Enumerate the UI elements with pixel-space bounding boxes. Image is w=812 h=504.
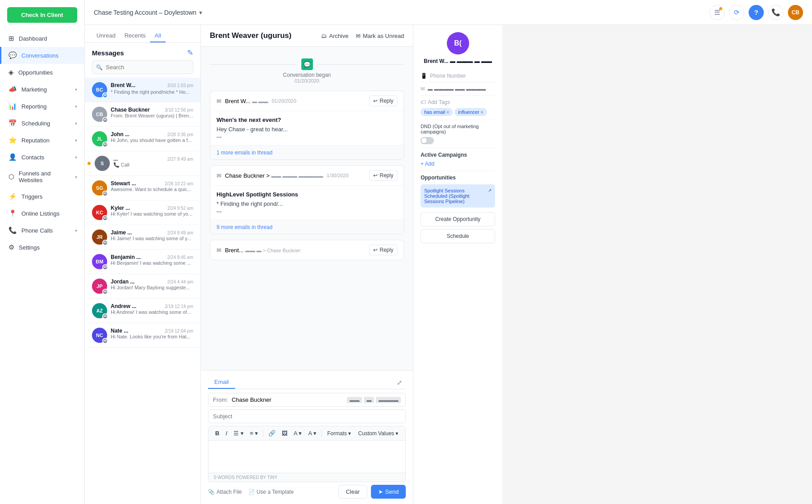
- clear-button[interactable]: Clear: [338, 485, 367, 499]
- refresh-button[interactable]: ⟳: [729, 5, 744, 20]
- message-subject: When's the next event?: [217, 117, 397, 123]
- reporting-chevron-icon: ▾: [75, 104, 77, 109]
- nav-item-scheduling[interactable]: 📅 Scheduling ▾: [0, 115, 84, 132]
- list-item[interactable]: KC ✉ Kyler ... 2/24 9:52 am Hi Kyler! I …: [85, 200, 200, 225]
- tab-all[interactable]: All: [150, 29, 165, 42]
- triggers-icon: ⚡: [8, 192, 17, 200]
- reply-button[interactable]: ↩ Reply: [369, 170, 397, 181]
- conv-name: ...: [113, 156, 118, 162]
- opportunity-card[interactable]: Spotlight Sessions Scheduled (Spotlight …: [421, 184, 495, 208]
- nav-item-reporting[interactable]: 📊 Reporting ▾: [0, 98, 84, 115]
- conv-name: Stewart ...: [111, 180, 136, 187]
- tag-remove-icon[interactable]: ×: [481, 110, 483, 115]
- email-badge: ✉: [102, 240, 108, 246]
- email-badge: ✉: [102, 191, 108, 196]
- conv-time: 2/19 12:04 pm: [165, 329, 193, 333]
- create-opportunity-button[interactable]: Create Opportunity: [421, 212, 495, 226]
- sidebar: Check In Client ⊞ Dashboard 💬 Conversati…: [0, 0, 85, 504]
- subject-field[interactable]: [208, 409, 406, 423]
- reply-area: Email ⤢ From: Chase Buckner ▬▬ ▬ ▬▬▬▬: [201, 370, 413, 504]
- reply-button[interactable]: ↩ Reply: [369, 96, 397, 106]
- search-input[interactable]: [92, 60, 193, 74]
- check-in-button[interactable]: Check In Client: [7, 7, 77, 23]
- nav-item-funnels[interactable]: ⬡ Funnels and Websites ▾: [0, 166, 84, 188]
- list-item[interactable]: S ... 2/27 9:49 am 📞 Call: [85, 151, 200, 176]
- list-item[interactable]: BM ✉ Benjamin ... 2/24 8:45 am Hi Benjam…: [85, 250, 200, 274]
- reply-tab-email[interactable]: Email: [208, 376, 235, 389]
- contact-name: Brent W... ▬ ▬▬▬ ▬ ▬▬: [421, 58, 495, 64]
- tag-icon: 🏷: [421, 99, 426, 105]
- conv-detail-header: Brent Weaver (ugurus) 🗂 Archive ✉ Mark a…: [201, 25, 413, 47]
- editor-area[interactable]: [208, 441, 405, 473]
- font-color-button[interactable]: A ▾: [291, 429, 304, 437]
- dnd-toggle[interactable]: [421, 137, 434, 144]
- conv-preview: From: Brent Weaver (ugurus) | Bren...: [111, 113, 193, 118]
- nav-item-settings[interactable]: ⚙ Settings: [0, 239, 84, 256]
- schedule-button[interactable]: Schedule: [421, 229, 495, 243]
- conv-time: 2/24 4:44 am: [167, 279, 193, 284]
- conv-preview: Hi Jaime! I was watching some of y...: [111, 236, 193, 241]
- help-button[interactable]: ?: [749, 5, 764, 20]
- custom-values-button[interactable]: Custom Values ▾: [355, 429, 401, 437]
- list-item[interactable]: AZ ✉ Andrew ... 2/19 12:14 pm Hi Andrew!…: [85, 299, 200, 323]
- expand-button[interactable]: ⤢: [393, 377, 406, 388]
- use-template-button[interactable]: 📄 Use a Template: [248, 489, 294, 495]
- conv-preview: Hi Nate. Looks like you're from Hat...: [111, 334, 193, 339]
- more-emails-link[interactable]: 9 more emails in thread: [217, 224, 272, 230]
- tab-recents[interactable]: Recents: [120, 29, 150, 42]
- scheduling-icon: 📅: [8, 119, 17, 127]
- nav-item-opportunities[interactable]: ◈ Opportunities: [0, 64, 84, 81]
- send-button[interactable]: ➤ Send: [371, 485, 406, 499]
- image-button[interactable]: 🖼: [279, 429, 290, 437]
- bullet-list-button[interactable]: ☰ ▾: [231, 429, 246, 437]
- list-item[interactable]: JL ✉ John ... 2/28 3:36 pm Hi John, you …: [85, 127, 200, 151]
- bg-color-button[interactable]: A ▾: [306, 429, 319, 437]
- notifications-button[interactable]: ☰: [709, 5, 725, 20]
- nav-item-dashboard[interactable]: ⊞ Dashboard: [0, 30, 84, 47]
- opportunities-icon: ◈: [8, 68, 14, 76]
- nav-item-triggers[interactable]: ⚡ Triggers: [0, 188, 84, 205]
- list-item[interactable]: NC ✉ Nate ... 2/19 12:04 pm Hi Nate. Loo…: [85, 323, 200, 348]
- list-item[interactable]: JP ✉ Jordan ... 2/24 4:44 am Hi Jordan! …: [85, 274, 200, 299]
- formats-button[interactable]: Formats ▾: [325, 429, 354, 437]
- tag-remove-icon[interactable]: ×: [446, 110, 449, 115]
- more-emails-link[interactable]: 1 more emails in thread: [217, 150, 272, 156]
- avatar: BC ✉: [92, 82, 107, 97]
- archive-button[interactable]: 🗂 Archive: [321, 33, 348, 39]
- nav-item-contacts[interactable]: 👤 Contacts ▾: [0, 149, 84, 166]
- nav-item-listings[interactable]: 📍 Online Listings: [0, 205, 84, 222]
- conv-started-date: 01/20/2020: [210, 78, 404, 83]
- conv-time: 2/24 8:49 am: [167, 230, 193, 235]
- email-badge: ✉: [102, 289, 108, 295]
- nav-item-conversations[interactable]: 💬 Conversations: [0, 47, 84, 64]
- account-selector[interactable]: Chase Testing Account – Doylestown ▾: [94, 9, 202, 16]
- nav-item-phonecalls[interactable]: 📞 Phone Calls ▾: [0, 222, 84, 239]
- mark-unread-button[interactable]: ✉ Mark as Unread: [356, 33, 404, 39]
- conv-preview: Hi Kyler! I was watching some of yo...: [111, 211, 193, 217]
- messages-panel: Unread Recents All Messages ✎ 🔍 BC: [85, 25, 201, 504]
- ordered-list-button[interactable]: ≡ ▾: [248, 429, 260, 437]
- list-item[interactable]: BC ✉ Brent W... 3/10 1:03 pm * Finding t…: [85, 78, 200, 102]
- link-button[interactable]: 🔗: [266, 429, 278, 437]
- reply-button[interactable]: ↩ Reply: [369, 245, 397, 255]
- nav-item-reputation[interactable]: ⭐ Reputation ▾: [0, 132, 84, 149]
- user-avatar-button[interactable]: CB: [788, 5, 803, 20]
- tab-unread[interactable]: Unread: [92, 29, 120, 42]
- reputation-chevron-icon: ▾: [75, 138, 77, 143]
- opportunities-section: Opportunities Spotlight Sessions Schedul…: [421, 171, 495, 247]
- phone-icon: 📱: [421, 73, 427, 79]
- settings-icon: ⚙: [8, 243, 14, 251]
- message-block: ✉ Brent W... ▬ ▬▬ 01/20/2020 ↩ Reply Whe…: [210, 91, 404, 160]
- attach-file-button[interactable]: 📎 Attach File: [208, 489, 242, 495]
- italic-button[interactable]: I: [223, 429, 229, 437]
- bold-button[interactable]: B: [213, 429, 221, 437]
- nav-item-marketing[interactable]: 📣 Marketing ▾: [0, 81, 84, 98]
- list-item[interactable]: CB ✉ Chase Buckner 3/10 12:56 pm From: B…: [85, 102, 200, 127]
- list-item[interactable]: JR ✉ Jaime ... 2/24 8:49 am Hi Jaime! I …: [85, 225, 200, 250]
- compose-button[interactable]: ✎: [187, 48, 193, 58]
- add-campaign-button[interactable]: + Add: [421, 161, 434, 167]
- phone-button[interactable]: 📞: [768, 5, 783, 20]
- list-item[interactable]: SG ✉ Stewart ... 2/26 10:22 am Awesome. …: [85, 176, 200, 200]
- email-badge: ✉: [102, 313, 108, 319]
- from-value: Chase Buckner: [232, 396, 271, 403]
